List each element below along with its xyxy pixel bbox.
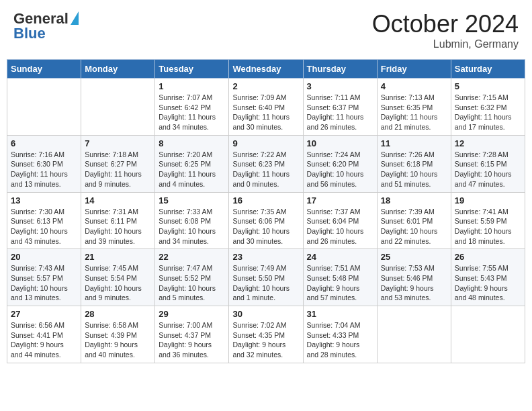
day-number: 13 — [11, 195, 77, 205]
day-info: Sunrise: 7:43 AM Sunset: 5:57 PM Dayligh… — [11, 263, 77, 303]
day-number: 3 — [307, 81, 373, 91]
header-tuesday: Tuesday — [155, 60, 229, 79]
day-number: 30 — [232, 309, 299, 319]
calendar-week-row: 13Sunrise: 7:30 AM Sunset: 6:13 PM Dayli… — [7, 192, 525, 249]
calendar-cell: 10Sunrise: 7:24 AM Sunset: 6:20 PM Dayli… — [303, 135, 377, 192]
calendar-header-row: Sunday Monday Tuesday Wednesday Thursday… — [7, 60, 525, 79]
calendar-cell — [81, 79, 155, 136]
header-saturday: Saturday — [451, 60, 525, 79]
day-info: Sunrise: 7:02 AM Sunset: 4:35 PM Dayligh… — [232, 320, 299, 360]
day-number: 17 — [307, 195, 373, 205]
day-info: Sunrise: 7:35 AM Sunset: 6:06 PM Dayligh… — [232, 207, 299, 246]
calendar-cell: 24Sunrise: 7:51 AM Sunset: 5:48 PM Dayli… — [303, 249, 377, 306]
day-number: 20 — [11, 252, 77, 262]
month-title: October 2024 — [372, 10, 519, 38]
calendar-cell: 17Sunrise: 7:37 AM Sunset: 6:04 PM Dayli… — [303, 192, 377, 249]
day-info: Sunrise: 6:56 AM Sunset: 4:41 PM Dayligh… — [11, 320, 77, 360]
day-info: Sunrise: 7:22 AM Sunset: 6:23 PM Dayligh… — [232, 150, 299, 189]
calendar-week-row: 6Sunrise: 7:16 AM Sunset: 6:30 PM Daylig… — [7, 135, 525, 192]
header-sunday: Sunday — [7, 60, 81, 79]
day-number: 9 — [232, 138, 299, 148]
location-title: Lubmin, Germany — [372, 38, 519, 50]
day-info: Sunrise: 7:49 AM Sunset: 5:50 PM Dayligh… — [232, 263, 299, 303]
calendar-cell: 16Sunrise: 7:35 AM Sunset: 6:06 PM Dayli… — [229, 192, 303, 249]
day-number: 27 — [11, 309, 77, 319]
calendar-cell: 31Sunrise: 7:04 AM Sunset: 4:33 PM Dayli… — [303, 306, 377, 363]
calendar-cell: 25Sunrise: 7:53 AM Sunset: 5:46 PM Dayli… — [377, 249, 451, 306]
day-info: Sunrise: 7:15 AM Sunset: 6:32 PM Dayligh… — [455, 93, 521, 132]
day-info: Sunrise: 7:30 AM Sunset: 6:13 PM Dayligh… — [11, 207, 77, 246]
day-info: Sunrise: 7:31 AM Sunset: 6:11 PM Dayligh… — [85, 207, 151, 246]
calendar-table: Sunday Monday Tuesday Wednesday Thursday… — [7, 59, 525, 363]
header-friday: Friday — [377, 60, 451, 79]
calendar-cell: 28Sunrise: 6:58 AM Sunset: 4:39 PM Dayli… — [81, 306, 155, 363]
day-number: 26 — [455, 252, 521, 262]
day-number: 15 — [159, 195, 225, 205]
calendar-cell: 23Sunrise: 7:49 AM Sunset: 5:50 PM Dayli… — [229, 249, 303, 306]
day-info: Sunrise: 7:45 AM Sunset: 5:54 PM Dayligh… — [85, 263, 151, 303]
day-number: 11 — [381, 138, 447, 148]
day-number: 16 — [232, 195, 299, 205]
calendar-cell: 9Sunrise: 7:22 AM Sunset: 6:23 PM Daylig… — [229, 135, 303, 192]
day-info: Sunrise: 7:53 AM Sunset: 5:46 PM Dayligh… — [381, 263, 447, 303]
day-number: 6 — [11, 138, 77, 148]
header-wednesday: Wednesday — [229, 60, 303, 79]
calendar-cell: 21Sunrise: 7:45 AM Sunset: 5:54 PM Dayli… — [81, 249, 155, 306]
header-monday: Monday — [81, 60, 155, 79]
day-info: Sunrise: 7:20 AM Sunset: 6:25 PM Dayligh… — [159, 150, 225, 189]
day-info: Sunrise: 7:37 AM Sunset: 6:04 PM Dayligh… — [307, 207, 373, 246]
calendar-week-row: 20Sunrise: 7:43 AM Sunset: 5:57 PM Dayli… — [7, 249, 525, 306]
day-info: Sunrise: 7:28 AM Sunset: 6:15 PM Dayligh… — [455, 150, 521, 189]
calendar-cell: 18Sunrise: 7:39 AM Sunset: 6:01 PM Dayli… — [377, 192, 451, 249]
logo-triangle-icon — [71, 11, 79, 25]
day-number: 2 — [232, 81, 299, 91]
day-number: 8 — [159, 138, 225, 148]
header-thursday: Thursday — [303, 60, 377, 79]
calendar-cell — [7, 79, 81, 136]
day-info: Sunrise: 7:24 AM Sunset: 6:20 PM Dayligh… — [307, 150, 373, 189]
calendar-cell: 27Sunrise: 6:56 AM Sunset: 4:41 PM Dayli… — [7, 306, 81, 363]
day-number: 29 — [159, 309, 225, 319]
calendar-cell: 5Sunrise: 7:15 AM Sunset: 6:32 PM Daylig… — [451, 79, 525, 136]
calendar-cell: 3Sunrise: 7:11 AM Sunset: 6:37 PM Daylig… — [303, 79, 377, 136]
day-info: Sunrise: 7:09 AM Sunset: 6:40 PM Dayligh… — [232, 93, 299, 132]
calendar-cell: 4Sunrise: 7:13 AM Sunset: 6:35 PM Daylig… — [377, 79, 451, 136]
calendar-cell: 20Sunrise: 7:43 AM Sunset: 5:57 PM Dayli… — [7, 249, 81, 306]
day-info: Sunrise: 6:58 AM Sunset: 4:39 PM Dayligh… — [85, 320, 151, 360]
calendar-cell: 14Sunrise: 7:31 AM Sunset: 6:11 PM Dayli… — [81, 192, 155, 249]
day-number: 1 — [159, 81, 225, 91]
day-info: Sunrise: 7:00 AM Sunset: 4:37 PM Dayligh… — [159, 320, 225, 360]
calendar-cell: 6Sunrise: 7:16 AM Sunset: 6:30 PM Daylig… — [7, 135, 81, 192]
day-number: 7 — [85, 138, 151, 148]
calendar-cell: 12Sunrise: 7:28 AM Sunset: 6:15 PM Dayli… — [451, 135, 525, 192]
calendar-week-row: 1Sunrise: 7:07 AM Sunset: 6:42 PM Daylig… — [7, 79, 525, 136]
calendar-cell: 7Sunrise: 7:18 AM Sunset: 6:27 PM Daylig… — [81, 135, 155, 192]
day-info: Sunrise: 7:16 AM Sunset: 6:30 PM Dayligh… — [11, 150, 77, 189]
page-header: General Blue October 2024 Lubmin, German… — [7, 7, 525, 54]
day-number: 25 — [381, 252, 447, 262]
day-info: Sunrise: 7:26 AM Sunset: 6:18 PM Dayligh… — [381, 150, 447, 189]
day-number: 28 — [85, 309, 151, 319]
day-info: Sunrise: 7:11 AM Sunset: 6:37 PM Dayligh… — [307, 93, 373, 132]
day-number: 21 — [85, 252, 151, 262]
day-info: Sunrise: 7:39 AM Sunset: 6:01 PM Dayligh… — [381, 207, 447, 246]
day-info: Sunrise: 7:47 AM Sunset: 5:52 PM Dayligh… — [159, 263, 225, 303]
calendar-cell: 29Sunrise: 7:00 AM Sunset: 4:37 PM Dayli… — [155, 306, 229, 363]
day-number: 31 — [307, 309, 373, 319]
day-info: Sunrise: 7:55 AM Sunset: 5:43 PM Dayligh… — [455, 263, 521, 303]
calendar-cell: 15Sunrise: 7:33 AM Sunset: 6:08 PM Dayli… — [155, 192, 229, 249]
calendar-cell: 8Sunrise: 7:20 AM Sunset: 6:25 PM Daylig… — [155, 135, 229, 192]
calendar-cell — [451, 306, 525, 363]
day-info: Sunrise: 7:07 AM Sunset: 6:42 PM Dayligh… — [159, 93, 225, 132]
calendar-cell: 11Sunrise: 7:26 AM Sunset: 6:18 PM Dayli… — [377, 135, 451, 192]
calendar-cell: 19Sunrise: 7:41 AM Sunset: 5:59 PM Dayli… — [451, 192, 525, 249]
logo-blue-text: Blue — [13, 25, 46, 42]
title-block: October 2024 Lubmin, Germany — [372, 10, 519, 50]
day-info: Sunrise: 7:18 AM Sunset: 6:27 PM Dayligh… — [85, 150, 151, 189]
day-number: 22 — [159, 252, 225, 262]
day-info: Sunrise: 7:41 AM Sunset: 5:59 PM Dayligh… — [455, 207, 521, 246]
calendar-cell: 26Sunrise: 7:55 AM Sunset: 5:43 PM Dayli… — [451, 249, 525, 306]
calendar-cell — [377, 306, 451, 363]
day-info: Sunrise: 7:51 AM Sunset: 5:48 PM Dayligh… — [307, 263, 373, 303]
day-info: Sunrise: 7:04 AM Sunset: 4:33 PM Dayligh… — [307, 320, 373, 360]
